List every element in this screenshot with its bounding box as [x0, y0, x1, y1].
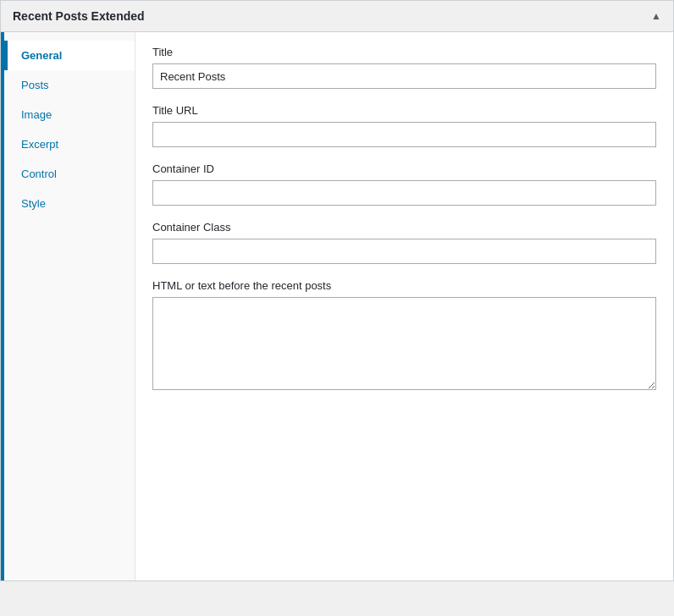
sidebar-item-excerpt[interactable]: Excerpt	[4, 129, 135, 159]
container-id-label: Container ID	[152, 162, 656, 175]
sidebar-item-control[interactable]: Control	[4, 159, 135, 189]
sidebar-item-general[interactable]: General	[4, 41, 135, 70]
title-input[interactable]	[152, 63, 656, 89]
container-id-group: Container ID	[152, 162, 656, 206]
container-class-group: Container Class	[152, 221, 656, 264]
widget-header[interactable]: Recent Posts Extended ▲	[0, 0, 674, 31]
html-before-label: HTML or text before the recent posts	[152, 279, 656, 292]
widget-toggle-icon: ▲	[651, 10, 661, 22]
container-class-input[interactable]	[152, 239, 656, 264]
widget-body: General Posts Image Excerpt Control Styl…	[0, 31, 674, 581]
sidebar-item-posts[interactable]: Posts	[4, 70, 135, 100]
title-url-input[interactable]	[152, 122, 656, 147]
container-id-input[interactable]	[152, 180, 656, 206]
html-before-textarea[interactable]	[152, 297, 656, 390]
title-url-label: Title URL	[152, 104, 656, 117]
widget-container: Recent Posts Extended ▲ General Posts Im…	[0, 0, 674, 581]
title-url-group: Title URL	[152, 104, 656, 147]
sidebar-item-style[interactable]: Style	[4, 189, 135, 218]
title-group: Title	[152, 46, 656, 89]
title-label: Title	[152, 46, 656, 58]
sidebar-item-image[interactable]: Image	[4, 100, 135, 129]
widget-title: Recent Posts Extended	[13, 9, 145, 23]
html-before-group: HTML or text before the recent posts	[152, 279, 656, 393]
sidebar-nav: General Posts Image Excerpt Control Styl…	[4, 32, 135, 580]
main-content: Title Title URL Container ID Container C…	[135, 32, 673, 580]
container-class-label: Container Class	[152, 221, 656, 234]
